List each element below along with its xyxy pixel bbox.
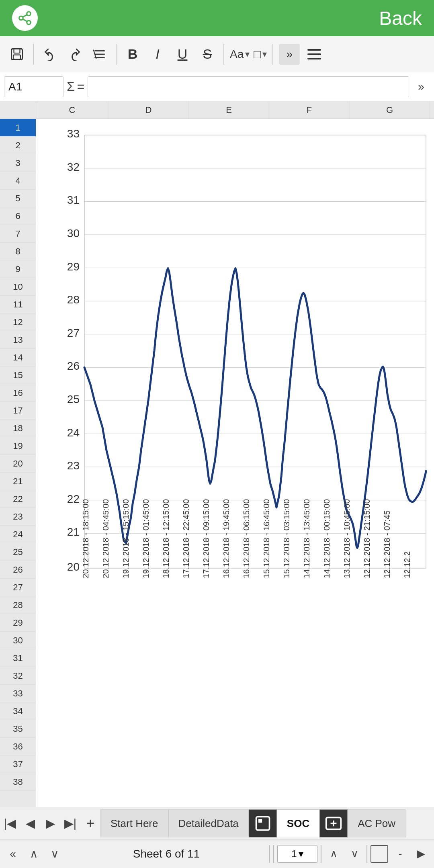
row-header-23[interactable]: 23	[0, 508, 36, 526]
prev-sheet-button[interactable]: ◀	[20, 809, 40, 837]
row-header-13[interactable]: 13	[0, 331, 36, 349]
scroll-up-button[interactable]: ∧	[325, 845, 342, 863]
row-header-19[interactable]: 19	[0, 437, 36, 455]
svg-point-0	[27, 12, 31, 16]
row-header-18[interactable]: 18	[0, 420, 36, 437]
font-dropdown[interactable]: Aa ▾	[230, 48, 250, 61]
row-header-6[interactable]: 6	[0, 207, 36, 225]
svg-text:17.12.2018 - 09:15:00: 17.12.2018 - 09:15:00	[202, 499, 211, 578]
scroll-down-button[interactable]: ∨	[346, 845, 363, 863]
col-header-E[interactable]: E	[189, 101, 269, 119]
row-header-2[interactable]: 2	[0, 137, 36, 154]
tab-soc-icon[interactable]	[249, 809, 277, 837]
row-header-22[interactable]: 22	[0, 490, 36, 508]
formula-expand-button[interactable]: »	[412, 76, 430, 97]
last-sheet-button[interactable]: ▶|	[60, 809, 80, 837]
italic-button[interactable]: I	[147, 44, 168, 65]
divider-4	[272, 44, 273, 65]
row-header-17[interactable]: 17	[0, 402, 36, 420]
row-header-27[interactable]: 27	[0, 579, 36, 596]
col-header-F[interactable]: F	[269, 101, 350, 119]
tab-start-here[interactable]: Start Here	[100, 809, 168, 837]
redo-button[interactable]	[64, 44, 85, 65]
row-header-25[interactable]: 25	[0, 543, 36, 561]
next-sheet-button[interactable]: ▶	[40, 809, 60, 837]
bold-button[interactable]: B	[122, 44, 143, 65]
row-header-30[interactable]: 30	[0, 632, 36, 649]
row-header-20[interactable]: 20	[0, 455, 36, 473]
page-number-dropdown[interactable]: 1 ▾	[277, 845, 317, 863]
fit-to-page-button[interactable]	[371, 845, 388, 863]
svg-text:12.12.2018 - 21:15:00: 12.12.2018 - 21:15:00	[362, 499, 371, 578]
add-sheet-button[interactable]: +	[80, 809, 100, 837]
zoom-out-button[interactable]: -	[391, 845, 409, 863]
svg-rect-59	[256, 817, 269, 830]
svg-text:13.12.2018 - 10:45:00: 13.12.2018 - 10:45:00	[342, 499, 351, 578]
svg-text:20.12.2018 - 18:15:00: 20.12.2018 - 18:15:00	[81, 499, 90, 578]
row-header-4[interactable]: 4	[0, 172, 36, 190]
svg-text:19.12.2018 - 01:45:00: 19.12.2018 - 01:45:00	[141, 499, 150, 578]
divider-1	[33, 44, 34, 65]
row-header-8[interactable]: 8	[0, 243, 36, 260]
formula-input[interactable]	[88, 76, 409, 97]
row-header-10[interactable]: 10	[0, 278, 36, 296]
row-header-11[interactable]: 11	[0, 296, 36, 313]
row-header-37[interactable]: 37	[0, 755, 36, 773]
row-header-5[interactable]: 5	[0, 190, 36, 207]
row-header-29[interactable]: 29	[0, 614, 36, 632]
svg-point-2	[27, 20, 31, 24]
sheet-tabs-bar: |◀ ◀ ▶ ▶| + Start Here DetailedData SOC …	[0, 807, 434, 839]
undo-button[interactable]	[39, 44, 60, 65]
svg-text:21: 21	[67, 526, 80, 538]
row-header-14[interactable]: 14	[0, 349, 36, 366]
more-button[interactable]: »	[279, 44, 300, 65]
zoom-in-button[interactable]: ▶	[412, 845, 430, 863]
tab-soc[interactable]: SOC	[277, 809, 319, 837]
equals-icon[interactable]: =	[77, 79, 85, 94]
row-header-33[interactable]: 33	[0, 685, 36, 702]
menu-button[interactable]	[304, 44, 325, 65]
row-header-36[interactable]: 36	[0, 738, 36, 755]
row-header-24[interactable]: 24	[0, 526, 36, 543]
strike-list-button[interactable]	[89, 44, 110, 65]
row-header-9[interactable]: 9	[0, 260, 36, 278]
row-header-7[interactable]: 7	[0, 225, 36, 243]
status-bar: « ∧ ∨ Sheet 6 of 11 1 ▾ ∧ ∨ - ▶	[0, 839, 434, 868]
row-header-38[interactable]: 38	[0, 773, 36, 791]
first-sheet-button[interactable]: |◀	[0, 809, 20, 837]
hamburger-line-2	[307, 53, 321, 55]
tab-ac-pow-icon[interactable]	[319, 809, 348, 837]
svg-text:28: 28	[67, 293, 80, 306]
row-header-32[interactable]: 32	[0, 667, 36, 685]
row-header-16[interactable]: 16	[0, 384, 36, 402]
col-header-D[interactable]: D	[108, 101, 189, 119]
tab-detailed-data[interactable]: DetailedData	[168, 809, 249, 837]
share-button[interactable]	[12, 5, 38, 31]
next-page-button[interactable]: ∨	[46, 844, 63, 864]
row-header-15[interactable]: 15	[0, 366, 36, 384]
cell-format-dropdown[interactable]: □ ▾	[254, 47, 267, 61]
col-headers: C D E F G	[36, 101, 434, 119]
save-button[interactable]	[6, 44, 27, 65]
col-header-C[interactable]: C	[36, 101, 108, 119]
svg-text:14.12.2018 - 00:15:00: 14.12.2018 - 00:15:00	[322, 499, 331, 578]
row-header-28[interactable]: 28	[0, 596, 36, 614]
prev-page-button[interactable]: ∧	[25, 844, 43, 864]
strikethrough-button[interactable]: S	[197, 44, 218, 65]
row-header-1[interactable]: 1	[0, 119, 36, 137]
row-header-35[interactable]: 35	[0, 720, 36, 738]
row-header-26[interactable]: 26	[0, 561, 36, 579]
cell-reference-input[interactable]	[4, 76, 63, 97]
first-page-button[interactable]: «	[4, 844, 22, 864]
underline-button[interactable]: U	[172, 44, 193, 65]
tab-ac-pow[interactable]: AC Pow	[348, 809, 405, 837]
row-header-21[interactable]: 21	[0, 473, 36, 490]
svg-text:31: 31	[67, 194, 80, 206]
row-header-31[interactable]: 31	[0, 649, 36, 667]
sum-icon[interactable]: Σ	[67, 79, 75, 94]
row-header-12[interactable]: 12	[0, 313, 36, 331]
back-button[interactable]: Back	[379, 7, 422, 29]
row-header-3[interactable]: 3	[0, 154, 36, 172]
row-header-34[interactable]: 34	[0, 702, 36, 720]
col-header-G[interactable]: G	[350, 101, 430, 119]
